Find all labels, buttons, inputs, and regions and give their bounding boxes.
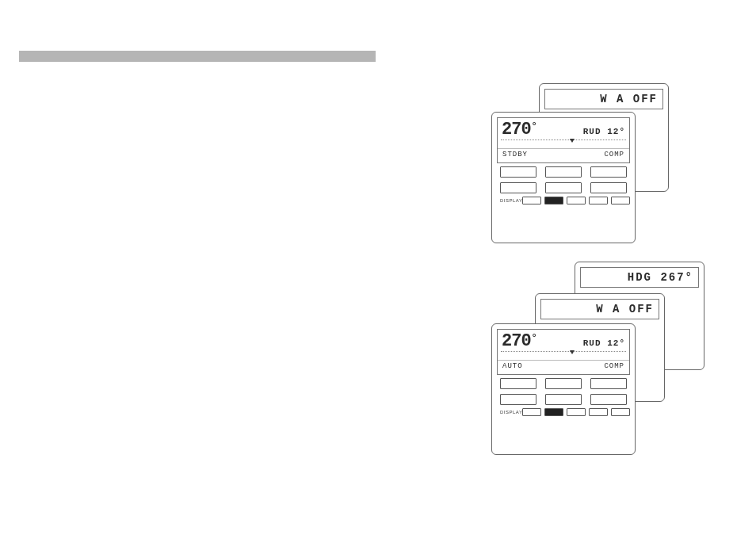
mode-label: STDBY — [502, 151, 528, 159]
rudder-value: 12 — [607, 127, 619, 136]
heading-readout: 270° — [502, 331, 536, 351]
small-button-active[interactable] — [544, 197, 563, 204]
soft-button[interactable] — [590, 182, 627, 193]
soft-button[interactable] — [590, 166, 627, 178]
device-front-panel: 270° RUD 12° STDBY COMP — [491, 112, 636, 243]
device-front-panel: 270° RUD 12° AUTO COMP — [491, 323, 636, 455]
rudder-value: 12 — [607, 338, 619, 348]
degree-symbol: ° — [532, 121, 536, 132]
button-rows — [500, 166, 627, 193]
rudder-pointer-icon — [570, 350, 575, 354]
rudder-scale — [501, 139, 626, 147]
heading-value: 270 — [502, 331, 531, 351]
device-illustration-standby-group: W A OFF 270° RUD 12° STDBY COMP — [491, 83, 705, 242]
heading-value: 270 — [502, 120, 531, 139]
small-button[interactable] — [589, 197, 608, 204]
device-illustration-auto-group: HDG 267° W A OFF 270° RUD 12° AUTO COMP — [491, 262, 729, 468]
degree-symbol: ° — [532, 333, 536, 344]
display-caption: DISPLAY — [500, 198, 522, 203]
comp-label: COMP — [604, 362, 624, 370]
lcd-area-front: 270° RUD 12° AUTO COMP — [497, 329, 630, 375]
small-button[interactable] — [567, 197, 586, 204]
lcd-banner-text: W A OFF — [596, 303, 654, 315]
soft-button[interactable] — [500, 166, 536, 178]
small-button[interactable] — [589, 408, 608, 416]
bottom-button-row: DISPLAY — [500, 197, 627, 204]
soft-button[interactable] — [590, 378, 627, 389]
display-caption: DISPLAY — [500, 410, 522, 415]
soft-button[interactable] — [500, 378, 536, 389]
small-button[interactable] — [522, 197, 541, 204]
soft-button[interactable] — [545, 394, 582, 405]
lcd-banner-text: W A OFF — [600, 93, 658, 105]
soft-button[interactable] — [545, 166, 582, 178]
comp-label: COMP — [604, 151, 624, 159]
heading-readout: 270° — [502, 120, 536, 139]
rudder-readout: RUD 12° — [583, 127, 625, 136]
soft-button[interactable] — [545, 182, 582, 193]
lcd-area-back2: HDG 267° — [580, 267, 699, 288]
small-button[interactable] — [611, 197, 630, 204]
header-gray-bar — [19, 51, 376, 62]
lcd-banner-text: HDG 267° — [628, 271, 693, 284]
rudder-pointer-icon — [570, 139, 575, 143]
mode-label: AUTO — [502, 362, 523, 370]
rudder-label: RUD — [583, 338, 601, 348]
soft-button[interactable] — [500, 182, 536, 193]
small-button[interactable] — [522, 408, 541, 416]
soft-button[interactable] — [545, 378, 582, 389]
small-button-active[interactable] — [544, 408, 563, 416]
lcd-area-front: 270° RUD 12° STDBY COMP — [497, 117, 630, 163]
lcd-area-back: W A OFF — [540, 299, 659, 319]
soft-button[interactable] — [500, 394, 536, 405]
small-button[interactable] — [567, 408, 586, 416]
bottom-button-row: DISPLAY — [500, 408, 627, 416]
button-rows — [500, 378, 627, 405]
lcd-area-back: W A OFF — [544, 89, 663, 109]
rudder-label: RUD — [583, 127, 601, 136]
small-button[interactable] — [611, 408, 630, 416]
soft-button[interactable] — [590, 394, 627, 405]
rudder-scale — [501, 351, 626, 358]
rudder-readout: RUD 12° — [583, 338, 625, 348]
